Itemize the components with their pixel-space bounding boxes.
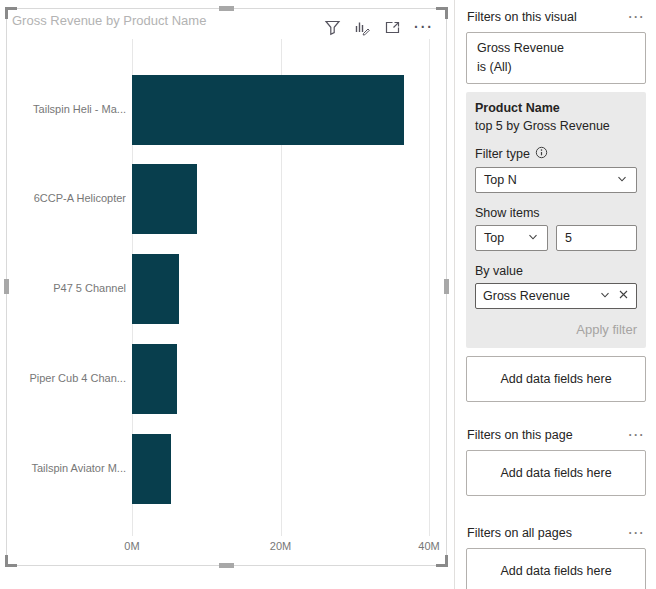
section-title: Filters on all pages — [467, 526, 572, 540]
add-data-fields-dropzone-page[interactable]: Add data fields here — [466, 450, 646, 496]
filter-type-dropdown[interactable]: Top N — [475, 167, 637, 193]
filter-card-gross-revenue[interactable]: Gross Revenue is (All) — [466, 32, 646, 84]
chevron-down-icon — [616, 173, 628, 188]
filter-field-name: Product Name — [475, 101, 637, 115]
filter-field-name: Gross Revenue — [477, 39, 635, 58]
show-items-mode-dropdown[interactable]: Top — [475, 225, 548, 251]
section-title: Filters on this visual — [467, 10, 577, 24]
x-axis-tick-label: 0M — [124, 540, 139, 552]
by-value-field-value: Gross Revenue — [483, 289, 570, 303]
section-filters-on-this-visual: Filters on this visual ··· — [467, 10, 645, 24]
filter-condition: is (All) — [477, 58, 635, 77]
category-label: P47 5 Channel — [7, 282, 126, 294]
x-axis-tick-label: 20M — [270, 540, 291, 552]
gridline — [429, 39, 430, 536]
bar-1[interactable] — [132, 75, 404, 145]
section-filters-on-all-pages: Filters on all pages ··· — [467, 526, 645, 540]
info-icon[interactable] — [535, 146, 548, 162]
section-more-icon[interactable]: ··· — [629, 526, 646, 540]
x-axis-tick-label: 40M — [418, 540, 439, 552]
clear-field-icon[interactable] — [618, 289, 629, 303]
category-label: 6CCP-A Helicopter — [7, 192, 126, 204]
by-value-label: By value — [475, 264, 637, 278]
plot-area: 0M20M40MTailspin Heli - Ma...6CCP-A Heli… — [7, 9, 446, 565]
category-label: Tailspin Heli - Ma... — [7, 103, 126, 115]
filter-type-label: Filter type — [475, 147, 530, 161]
chevron-down-icon — [527, 231, 539, 246]
apply-filter-button[interactable]: Apply filter — [475, 322, 637, 337]
show-items-row: Top 5 — [475, 225, 637, 251]
show-items-mode-value: Top — [484, 231, 504, 245]
chart-visual-container[interactable]: Gross Revenue by Product Name ··· 0M20M4… — [6, 8, 447, 566]
bar-3[interactable] — [132, 254, 179, 324]
chevron-down-icon[interactable] — [599, 289, 611, 304]
show-items-label: Show items — [475, 206, 637, 220]
bar-4[interactable] — [132, 344, 177, 414]
section-filters-on-this-page: Filters on this page ··· — [467, 428, 645, 442]
bar-2[interactable] — [132, 164, 197, 234]
category-label: Tailspin Aviator M... — [7, 462, 126, 474]
add-data-fields-dropzone-visual[interactable]: Add data fields here — [466, 356, 646, 402]
show-items-count-input[interactable]: 5 — [556, 225, 637, 251]
filter-card-product-name: Product Name top 5 by Gross Revenue Filt… — [466, 92, 646, 348]
filter-type-value: Top N — [484, 173, 517, 187]
show-items-count-value: 5 — [565, 231, 572, 245]
category-label: Piper Cub 4 Chan... — [7, 372, 126, 384]
filters-pane: Filters on this visual ··· Gross Revenue… — [455, 0, 656, 589]
section-title: Filters on this page — [467, 428, 573, 442]
by-value-field-combobox[interactable]: Gross Revenue — [475, 283, 637, 309]
section-more-icon[interactable]: ··· — [629, 428, 646, 442]
filter-summary: top 5 by Gross Revenue — [475, 119, 637, 133]
add-data-fields-dropzone-all-pages[interactable]: Add data fields here — [466, 548, 646, 589]
section-more-icon[interactable]: ··· — [629, 10, 646, 24]
filter-type-label-row: Filter type — [475, 146, 637, 162]
bar-5[interactable] — [132, 434, 171, 504]
